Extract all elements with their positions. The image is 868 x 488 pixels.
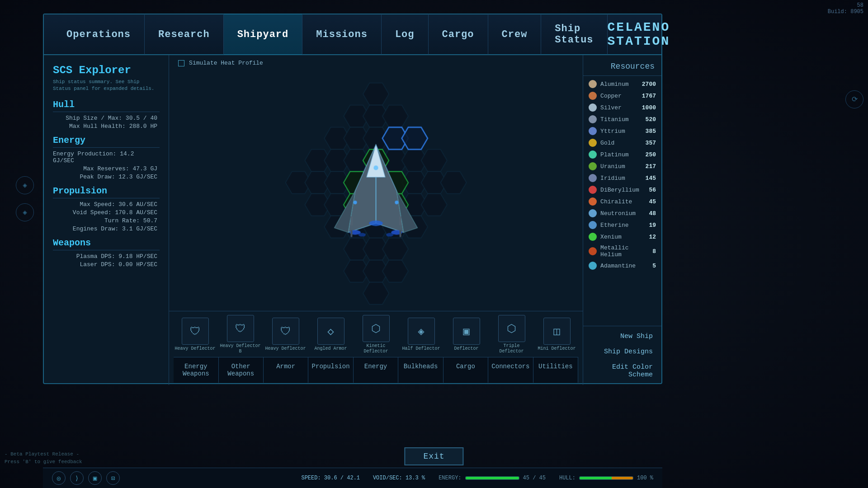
- ctrl-icon-2[interactable]: ⟩: [70, 471, 84, 485]
- resource-icon-0: [589, 80, 597, 88]
- resource-name-9: DiBeryllium: [600, 187, 645, 193]
- resource-icon-15: [589, 262, 597, 270]
- energy-label: ENERGY:: [439, 475, 461, 481]
- equip-label-2: Heavy Deflector: [265, 346, 306, 352]
- stat-laser-dps: Laser DPS: 0.00 HP/SEC: [53, 261, 160, 268]
- nav-item-cargo[interactable]: Cargo: [429, 14, 488, 55]
- equip-item-7[interactable]: ⬡ Triple Deflector: [490, 315, 533, 354]
- speed-value: 30.6 / 42.1: [324, 475, 360, 481]
- hull-progress-fill: [580, 477, 633, 479]
- weapons-title: Weapons: [53, 238, 160, 250]
- version-line1: - Beta Playtest Release -: [5, 450, 82, 458]
- stat-plasma-dps: Plasma DPS: 9.18 HP/SEC: [53, 253, 160, 260]
- resource-name-7: Uranium: [600, 163, 642, 170]
- resource-icon-6: [589, 150, 597, 159]
- ship-designs-btn[interactable]: Ship Designs: [588, 345, 657, 358]
- resource-row-1: Copper1767: [583, 90, 661, 102]
- equip-label-5: Half Deflector: [402, 346, 440, 352]
- resource-row-2: Silver1000: [583, 102, 661, 113]
- equip-item-4[interactable]: ⬡ Kinetic Deflector: [354, 315, 397, 354]
- tab-cargo[interactable]: Cargo: [443, 357, 488, 383]
- ctrl-icon-3[interactable]: ▣: [88, 471, 102, 485]
- resource-name-6: Platinum: [600, 151, 642, 158]
- version-line2: Press 'B' to give feedback: [5, 458, 82, 466]
- resource-row-5: Gold357: [583, 137, 661, 149]
- equip-item-3[interactable]: ◇ Angled Armor: [309, 318, 352, 352]
- ctrl-icon-4[interactable]: ⊡: [106, 471, 120, 485]
- exit-btn-wrap: Exit: [404, 447, 463, 465]
- category-tabs: Energy Weapons Other Weapons Armor Propu…: [174, 357, 578, 383]
- resource-name-10: Chiralite: [600, 198, 645, 205]
- ctrl-icon-1[interactable]: ◎: [52, 471, 66, 485]
- nav-item-log[interactable]: Log: [382, 14, 429, 55]
- exit-button[interactable]: Exit: [404, 447, 463, 465]
- equip-item-2[interactable]: 🛡 Heavy Deflector: [264, 318, 307, 352]
- nav-item-shipyard[interactable]: Shipyard: [224, 14, 303, 55]
- nav-item-ship-status[interactable]: Ship Status: [541, 14, 607, 55]
- nav-item-crew[interactable]: Crew: [488, 14, 542, 55]
- resource-row-12: Etherine19: [583, 219, 661, 231]
- equip-item-1[interactable]: 🛡 Heavy Deflector B: [219, 315, 262, 354]
- simulate-checkbox[interactable]: [178, 60, 184, 66]
- hull-progress-bar: [579, 476, 633, 480]
- tab-energy[interactable]: Energy: [354, 357, 398, 383]
- hex-grid-svg: [169, 71, 583, 311]
- side-panel-left: ◈ ◈: [7, 14, 43, 384]
- energy-title: Energy: [53, 135, 160, 148]
- equip-icon-8: ◫: [543, 318, 571, 345]
- resource-value-14: 8: [652, 248, 656, 255]
- nav-item-research[interactable]: Research: [145, 14, 224, 55]
- equip-icon-2: 🛡: [272, 318, 299, 345]
- tab-utilities[interactable]: Utilities: [533, 357, 578, 383]
- resource-value-10: 45: [649, 198, 656, 205]
- resource-row-3: Titanium520: [583, 113, 661, 125]
- new-ship-btn[interactable]: New Ship: [588, 330, 657, 343]
- equip-item-5[interactable]: ◈ Half Deflector: [400, 318, 443, 352]
- resource-icon-4: [589, 127, 597, 135]
- equip-icon-3: ◇: [317, 318, 344, 345]
- resource-icon-7: [589, 162, 597, 170]
- stat-turn-rate: Turn Rate: 50.7: [53, 217, 160, 224]
- tab-bulkheads[interactable]: Bulkheads: [398, 357, 443, 383]
- station-name: CELAENO STATION: [608, 20, 675, 48]
- svg-point-9: [386, 233, 393, 236]
- nav-bar: Operations Research Shipyard Missions Lo…: [44, 14, 661, 55]
- svg-rect-17: [400, 230, 401, 237]
- nav-item-missions[interactable]: Missions: [302, 14, 382, 55]
- speed-status: SPEED: 30.6 / 42.1 VOID/SEC: 13.3 %: [301, 475, 425, 481]
- resource-name-11: Neutronium: [600, 210, 645, 217]
- resource-name-14: Metallic Helium: [600, 244, 649, 258]
- equip-label-8: Mini Deflector: [538, 346, 576, 352]
- hull-bar-wrap: HULL: 100 %: [559, 475, 653, 481]
- equip-item-0[interactable]: 🛡 Heavy Deflector: [174, 318, 217, 352]
- void-value: 13.3 %: [406, 475, 425, 481]
- stat-peak-draw: Peak Draw: 12.3 GJ/SEC: [53, 174, 160, 180]
- tab-energy-weapons[interactable]: Energy Weapons: [174, 357, 218, 383]
- equip-icon-0: 🛡: [182, 318, 209, 345]
- resource-icon-9: [589, 186, 597, 194]
- equip-item-8[interactable]: ◫ Mini Deflector: [535, 318, 578, 352]
- resource-row-9: DiBeryllium56: [583, 184, 661, 196]
- energy-progress-bar: [465, 476, 519, 480]
- main-window: Operations Research Shipyard Missions Lo…: [43, 14, 662, 384]
- tab-propulsion[interactable]: Propulsion: [308, 357, 353, 383]
- nav-items: Operations Research Shipyard Missions Lo…: [53, 14, 608, 55]
- equip-item-6[interactable]: ▣ Deflector: [445, 318, 488, 352]
- equip-label-4: Kinetic Deflector: [354, 343, 397, 354]
- fps-display: 58: [828, 2, 863, 9]
- svg-point-13: [373, 165, 378, 170]
- resource-icon-13: [589, 233, 597, 241]
- side-icon-1: ◈: [16, 176, 34, 194]
- right-panel: Resources Aluminum2700Copper1767Silver10…: [583, 55, 661, 385]
- resource-row-15: Adamantine5: [583, 260, 661, 272]
- status-bar: ◎ ⟩ ▣ ⊡ SPEED: 30.6 / 42.1 VOID/SEC: 13.…: [43, 468, 662, 488]
- edit-color-btn[interactable]: Edit Color Scheme: [588, 361, 657, 381]
- tab-armor[interactable]: Armor: [264, 357, 308, 383]
- nav-item-operations[interactable]: Operations: [53, 14, 145, 55]
- simulate-bar: Simulate Heat Profile: [169, 55, 583, 71]
- resource-icon-3: [589, 115, 597, 123]
- tab-other-weapons[interactable]: Other Weapons: [219, 357, 264, 383]
- svg-marker-0: [234, 71, 259, 82]
- resource-value-6: 250: [646, 151, 656, 158]
- tab-connectors[interactable]: Connectors: [488, 357, 533, 383]
